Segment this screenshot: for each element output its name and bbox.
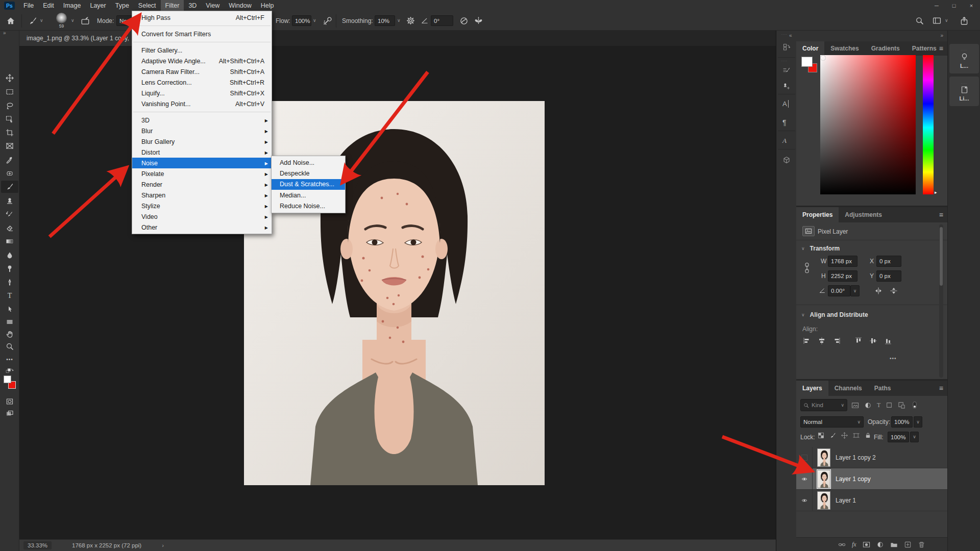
layer-thumbnail[interactable] [817,448,830,467]
angle-dropdown[interactable]: ∨ [850,285,860,296]
menu-item-camera-raw-filter[interactable]: Camera Raw Filter...Shift+Ctrl+A [132,66,272,77]
menu-type[interactable]: Type [111,0,134,11]
angle-input[interactable]: 0° [431,15,453,26]
menu-item-render[interactable]: Render▶ [132,179,272,190]
menu-edit[interactable]: Edit [38,0,59,11]
menu-item-stylize[interactable]: Stylize▶ [132,201,272,211]
tab-swatches[interactable]: Swatches [824,41,865,56]
blend-mode-select[interactable]: Normal ∨ [800,416,864,428]
maximize-button[interactable]: □ [945,0,963,11]
history-brush-tool[interactable] [6,210,14,218]
color-foreground-swatch[interactable] [801,57,813,67]
align-left-icon[interactable] [803,337,811,345]
menu-item-vanishing-point[interactable]: Vanishing Point...Alt+Ctrl+V [132,98,272,109]
menu-item-lens-correction[interactable]: Lens Correction...Shift+Ctrl+R [132,77,272,88]
brush-size-picker[interactable]: 59 [56,11,67,30]
clone-source-panel-button[interactable] [782,82,791,90]
fill-input[interactable]: 100% [888,432,909,442]
menu-file[interactable]: File [19,0,38,11]
y-input[interactable]: 0 px [876,270,901,282]
align-more-button[interactable]: ••• [890,356,897,361]
add-mask-icon[interactable] [863,541,870,548]
layer-thumbnail[interactable] [817,491,830,510]
layer-thumbnail[interactable] [817,470,830,488]
type-tool[interactable]: T [6,292,14,300]
brush-tool-preset[interactable]: ∨ [28,11,43,30]
tab-color[interactable]: Color [796,41,824,56]
hand-tool[interactable] [6,330,14,338]
brush-settings-panel-button[interactable] [782,66,791,74]
brush-angle[interactable] [421,11,428,30]
collapse-left-icon[interactable]: « [789,33,792,38]
path-selection-tool[interactable] [6,306,14,314]
screen-mode-button[interactable] [6,410,14,418]
flip-vertical-button[interactable] [890,287,898,295]
lock-all-icon[interactable] [865,432,871,439]
menu-item-blur-gallery[interactable]: Blur Gallery▶ [132,136,272,147]
filter-shape-icon[interactable] [886,402,893,409]
smoothing-options-button[interactable] [406,11,415,30]
new-group-icon[interactable] [890,541,898,548]
menu-select[interactable]: Select [134,0,161,11]
delete-layer-icon[interactable] [918,541,925,548]
version-history-panel-button[interactable] [782,43,791,51]
move-tool[interactable] [6,74,14,82]
brush-size-chevron[interactable]: ∨ [71,11,75,30]
menu-item-high-pass[interactable]: High PassAlt+Ctrl+F [132,12,272,23]
lock-position-icon[interactable] [841,432,848,439]
swap-colors-button[interactable] [6,367,14,375]
menu-layer[interactable]: Layer [85,0,110,11]
toolbar-expand-icon[interactable]: » [3,30,6,36]
visibility-toggle[interactable] [796,490,813,511]
x-input[interactable]: 0 px [876,256,901,267]
filter-smart-object-icon[interactable] [898,402,905,409]
shape-tool[interactable] [6,318,14,326]
scrollbar-thumb[interactable] [940,227,943,286]
align-middle-vertical-icon[interactable] [869,337,877,345]
foreground-color-swatch[interactable] [4,375,11,383]
opacity-input[interactable]: 100% [891,416,913,428]
tab-properties[interactable]: Properties [796,207,839,222]
healing-brush-tool[interactable] [6,169,14,178]
filter-toggle-pill-icon[interactable] [911,401,919,409]
eyedropper-tool[interactable] [6,156,14,164]
zoom-tool[interactable] [6,342,14,350]
panel-menu-icon[interactable]: ≡ [939,41,943,56]
lock-transparency-icon[interactable] [818,432,824,439]
tab-layers[interactable]: Layers [796,381,828,396]
photoshop-logo-icon[interactable]: Ps [4,2,15,10]
blur-tool[interactable] [6,251,14,259]
quick-mask-button[interactable] [6,397,14,406]
width-input[interactable]: 1768 px [828,256,857,267]
edit-toolbar-button[interactable]: ••• [6,357,14,365]
opacity-dropdown[interactable]: ∨ [914,416,922,428]
menu-item-3d[interactable]: 3D▶ [132,115,272,126]
pressure-opacity-button[interactable] [459,11,469,30]
clone-stamp-tool[interactable] [6,196,14,205]
menu-item-sharpen[interactable]: Sharpen▶ [132,190,272,201]
align-center-horizontal-icon[interactable] [818,337,826,345]
menu-item-pixelate[interactable]: Pixelate▶ [132,168,272,179]
menu-filter[interactable]: Filter [161,0,184,11]
panel-menu-icon[interactable]: ≡ [939,381,943,396]
flow-chevron[interactable]: ∨ [313,11,316,30]
layer-name[interactable]: Layer 1 copy [836,475,871,483]
3d-panel-button[interactable] [782,156,791,164]
panel-menu-icon[interactable]: ≡ [939,207,943,222]
flow-input[interactable]: 100% [292,15,311,26]
paint-symmetry-button[interactable] [474,11,483,30]
menu-image[interactable]: Image [59,0,86,11]
layer-effects-icon[interactable]: fx [852,541,856,548]
submenu-item-despeckle[interactable]: Despeckle [272,168,345,179]
share-button[interactable] [960,11,969,30]
color-saturation-field[interactable] [820,55,916,194]
smoothing-input[interactable]: 10% [375,15,395,26]
home-button[interactable] [6,11,15,30]
filter-adjustment-icon[interactable] [864,402,872,409]
glyphs-panel-button[interactable]: A [782,137,791,145]
menu-item-distort[interactable]: Distort▶ [132,147,272,158]
paragraph-panel-button[interactable]: ¶ [782,118,791,127]
learn-panel-button[interactable]: ∙∙∙∙ L... [949,44,979,73]
filter-type-icon[interactable]: T [877,402,880,409]
close-button[interactable]: × [963,0,980,11]
